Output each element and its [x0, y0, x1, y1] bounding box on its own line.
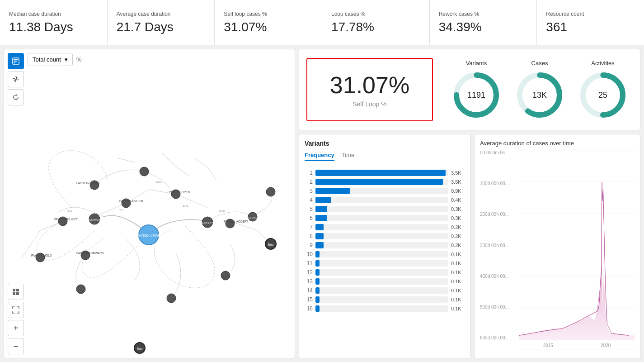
variant-num: 5: [305, 206, 313, 212]
ring-container: 1191: [451, 70, 501, 120]
variant-bar-container[interactable]: [315, 233, 448, 239]
variant-bar: [315, 242, 324, 248]
variant-bar-container[interactable]: [315, 197, 448, 203]
variant-bar-container[interactable]: [315, 260, 448, 267]
ring-title: Cases: [531, 60, 548, 67]
svg-rect-3: [14, 62, 15, 63]
svg-text:End: End: [137, 347, 143, 350]
variant-row: 7 0.2K: [305, 224, 465, 230]
minus-icon: −: [13, 341, 19, 352]
variant-val: 0.1K: [451, 288, 465, 293]
left-toolbar: [8, 53, 24, 105]
tab-frequency[interactable]: Frequency: [305, 152, 334, 161]
variant-num: 4: [305, 197, 313, 203]
svg-line-14: [176, 167, 189, 176]
kpi-item: Self loop cases % 31.07%: [215, 0, 322, 45]
variant-bar: [315, 233, 324, 239]
svg-text:PAYDEX-HOLD: PAYDEX-HOLD: [31, 254, 52, 257]
self-loop-pct: 31.07%: [330, 71, 409, 99]
variant-bar-container[interactable]: [315, 296, 448, 303]
y-axis-label: 400d 00h 00...: [480, 274, 516, 279]
variant-bar-container[interactable]: [315, 170, 448, 176]
pct-label: %: [76, 56, 82, 63]
svg-point-35: [167, 294, 176, 303]
svg-point-4: [15, 79, 16, 80]
svg-text:721: 721: [119, 209, 124, 212]
kpi-value: 34.39%: [439, 20, 528, 34]
svg-text:ACCEPT: ACCEPT: [202, 222, 213, 224]
variant-bar-container[interactable]: [315, 179, 448, 185]
kpi-value: 361: [546, 20, 635, 34]
variant-row: 5 0.3K: [305, 206, 465, 212]
kpi-item: Rework cases % 34.39%: [430, 0, 537, 45]
y-axis-label: 300d 00h 00...: [480, 243, 516, 248]
kpi-item: Median case duration 11.38 Days: [0, 0, 108, 45]
variant-row: 15 0.1K: [305, 296, 465, 303]
svg-text:564: 564: [67, 210, 72, 213]
variant-bar: [315, 278, 320, 285]
variant-row: 4 0.4K: [305, 197, 465, 203]
variant-bar-container[interactable]: [315, 188, 448, 194]
process-map-panel: Total count ▾ %: [4, 49, 295, 358]
variant-num: 2: [305, 179, 313, 185]
svg-line-16: [194, 158, 207, 167]
variant-row: 12 0.1K: [305, 269, 465, 276]
tab-time[interactable]: Time: [342, 152, 354, 161]
y-axis-label: 100d 00h 00...: [480, 181, 516, 186]
variant-val: 0.3K: [451, 215, 465, 221]
chart-body: 20152020: [519, 150, 635, 349]
self-loop-box: 31.07% Self Loop %: [306, 58, 433, 121]
bottom-panels: Variants Frequency Time 1 3.5K 2 3.5K 3 …: [299, 134, 640, 358]
variant-bar-container[interactable]: [315, 251, 448, 257]
ring-item: Cases 13K: [515, 60, 564, 120]
variant-row: 1 3.5K: [305, 170, 465, 176]
variant-bar: [315, 188, 350, 194]
variant-bar-container[interactable]: [315, 224, 448, 230]
variant-row: 11 0.1K: [305, 260, 465, 267]
variant-bar: [315, 251, 320, 257]
kpi-label: Median case duration: [9, 11, 98, 17]
variant-bar-container[interactable]: [315, 287, 448, 294]
variant-bar-container[interactable]: [315, 269, 448, 276]
filter-button[interactable]: [8, 53, 24, 69]
svg-text:2098: 2098: [219, 210, 225, 213]
ring-container: 13K: [515, 70, 564, 120]
variant-val: 3.5K: [451, 170, 465, 176]
variant-bar-container[interactable]: [315, 278, 448, 285]
variant-val: 0.2K: [451, 243, 465, 248]
variant-val: 0.9K: [451, 188, 465, 194]
total-count-dropdown[interactable]: Total count ▾: [28, 53, 73, 66]
variant-num: 9: [305, 242, 313, 248]
svg-rect-2: [14, 61, 17, 62]
svg-point-31: [266, 187, 275, 196]
variant-bar: [315, 170, 446, 176]
recycle-button[interactable]: [8, 71, 24, 87]
variant-bar-container[interactable]: [315, 206, 448, 212]
kpi-value: 17.78%: [331, 20, 420, 34]
kpi-item: Resource count 361: [537, 0, 644, 45]
variant-val: 3.5K: [451, 179, 465, 185]
expand-button[interactable]: [8, 302, 24, 318]
variant-bar: [315, 260, 320, 267]
variant-num: 11: [305, 260, 313, 267]
kpi-label: Resource count: [546, 11, 635, 17]
variant-bar-container[interactable]: [315, 215, 448, 221]
variant-row: 3 0.9K: [305, 188, 465, 194]
grid-view-button[interactable]: [8, 284, 24, 300]
kpi-item: Average case duration 21.7 Days: [108, 0, 215, 45]
refresh-button[interactable]: [8, 89, 24, 105]
variant-bar-container[interactable]: [315, 305, 448, 312]
svg-rect-57: [16, 292, 19, 295]
plus-icon: +: [13, 323, 19, 333]
ring-item: Activities 25: [578, 60, 628, 120]
zoom-out-button[interactable]: −: [8, 338, 24, 354]
svg-text:PAYDEX-SUBMIT: PAYDEX-SUBMIT: [76, 181, 100, 185]
variant-row: 13 0.1K: [305, 278, 465, 285]
variant-bar-container[interactable]: [315, 242, 448, 248]
x-axis-label: 2020: [601, 343, 611, 349]
variant-bar: [315, 305, 320, 312]
ring-value: 1191: [467, 90, 485, 100]
total-count-label: Total count: [33, 56, 61, 63]
variant-num: 15: [305, 296, 313, 303]
zoom-in-button[interactable]: +: [8, 320, 24, 336]
